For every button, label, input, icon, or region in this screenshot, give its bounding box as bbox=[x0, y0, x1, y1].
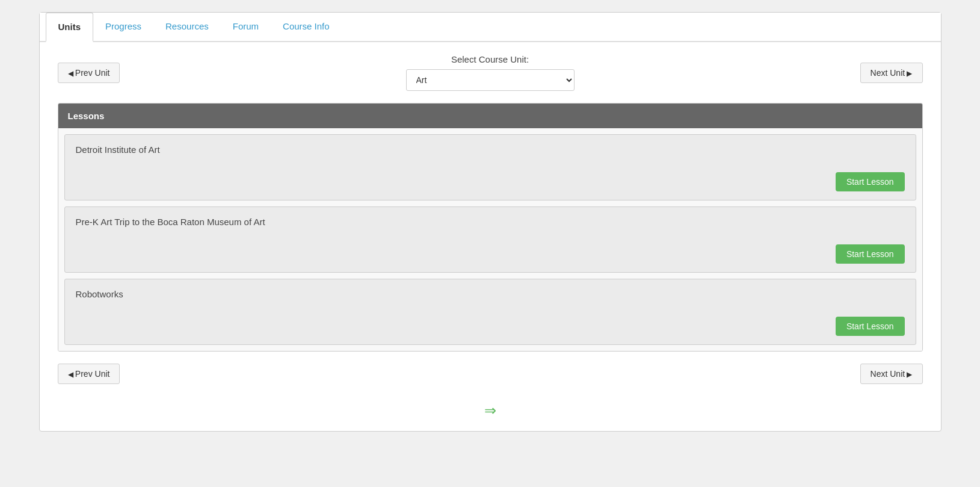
unit-selector-center: Select Course Unit: Art bbox=[120, 54, 860, 91]
next-unit-button-top[interactable]: Next Unit bbox=[860, 63, 923, 83]
prev-unit-button-bottom[interactable]: Prev Unit bbox=[58, 364, 120, 384]
tab-progress[interactable]: Progress bbox=[93, 13, 153, 42]
lesson-title-2: Pre-K Art Trip to the Boca Raton Museum … bbox=[76, 217, 905, 227]
lesson-title-3: Robotworks bbox=[76, 289, 905, 299]
start-lesson-button-2[interactable]: Start Lesson bbox=[836, 244, 905, 264]
lesson-card-footer-2: Start Lesson bbox=[76, 244, 905, 264]
page-wrapper: Units Progress Resources Forum Course In… bbox=[0, 0, 980, 487]
lesson-title-1: Detroit Institute of Art bbox=[76, 144, 905, 155]
tab-units[interactable]: Units bbox=[46, 13, 94, 42]
tab-course-info[interactable]: Course Info bbox=[271, 13, 342, 42]
footer-icon: ⇒ bbox=[40, 402, 941, 419]
lesson-card-footer-3: Start Lesson bbox=[76, 317, 905, 336]
lesson-card-3: Robotworks Start Lesson bbox=[64, 279, 916, 345]
tabs-bar: Units Progress Resources Forum Course In… bbox=[40, 13, 941, 42]
start-lesson-button-3[interactable]: Start Lesson bbox=[836, 317, 905, 336]
prev-unit-button-top[interactable]: Prev Unit bbox=[58, 63, 120, 83]
content-area: Prev Unit Select Course Unit: Art Next U… bbox=[40, 42, 941, 396]
unit-selector-label: Select Course Unit: bbox=[451, 54, 529, 64]
start-lesson-button-1[interactable]: Start Lesson bbox=[836, 172, 905, 191]
lessons-list: Detroit Institute of Art Start Lesson Pr… bbox=[58, 128, 922, 351]
bottom-nav-row: Prev Unit Next Unit bbox=[58, 364, 923, 384]
top-unit-selector-row: Prev Unit Select Course Unit: Art Next U… bbox=[58, 54, 923, 91]
lessons-header: Lessons bbox=[58, 104, 922, 128]
next-unit-button-bottom[interactable]: Next Unit bbox=[860, 364, 923, 384]
tab-forum[interactable]: Forum bbox=[221, 13, 271, 42]
unit-select-dropdown[interactable]: Art bbox=[406, 69, 575, 91]
lessons-section: Lessons Detroit Institute of Art Start L… bbox=[58, 103, 923, 352]
lesson-card-2: Pre-K Art Trip to the Boca Raton Museum … bbox=[64, 206, 916, 273]
lesson-card-footer-1: Start Lesson bbox=[76, 172, 905, 191]
lesson-card-1: Detroit Institute of Art Start Lesson bbox=[64, 134, 916, 200]
tab-resources[interactable]: Resources bbox=[153, 13, 221, 42]
main-container: Units Progress Resources Forum Course In… bbox=[39, 12, 941, 432]
